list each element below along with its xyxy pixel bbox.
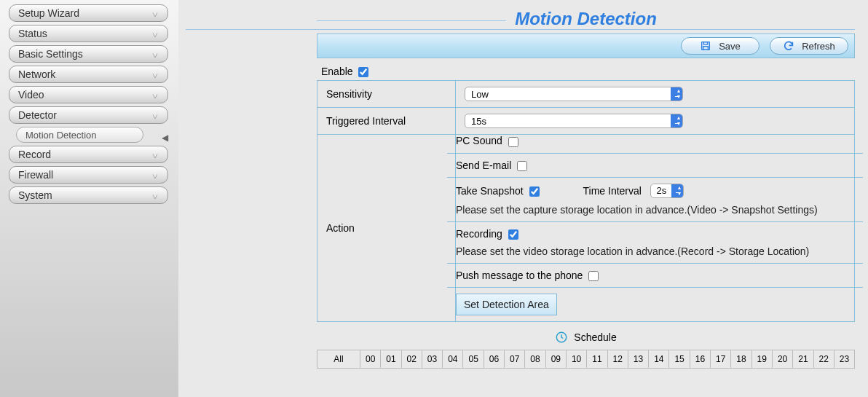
- sensitivity-select[interactable]: Low: [465, 87, 683, 101]
- save-icon: [700, 40, 711, 52]
- schedule-hour-cell[interactable]: 01: [381, 350, 401, 368]
- svg-rect-2: [703, 47, 709, 50]
- sidebar-item-label: Basic Settings: [18, 48, 83, 60]
- svg-rect-1: [704, 42, 708, 44]
- interval-select[interactable]: 15s: [465, 114, 683, 128]
- sidebar-item-status[interactable]: Status ▼: [9, 25, 168, 42]
- schedule-all-button[interactable]: All: [317, 350, 360, 368]
- pc-sound-checkbox[interactable]: [508, 137, 518, 147]
- schedule-hour-cell[interactable]: 04: [443, 350, 463, 368]
- sidebar-item-label: Record: [18, 149, 51, 160]
- chevron-down-icon: ▼: [151, 192, 159, 200]
- all-label: All: [334, 354, 343, 364]
- chevron-down-icon: ▼: [151, 9, 159, 17]
- schedule-hour-cell[interactable]: 16: [690, 350, 711, 368]
- sidebar-item-network[interactable]: Network ▼: [9, 66, 168, 83]
- schedule-hour-cell[interactable]: 00: [360, 350, 381, 368]
- sidebar-item-setup-wizard[interactable]: Setup Wizard ▼: [9, 4, 168, 22]
- sidebar-item-video[interactable]: Video ▼: [9, 86, 168, 103]
- button-label: Set Detection Area: [464, 299, 549, 310]
- clock-icon: [555, 331, 568, 344]
- schedule-hour-cell[interactable]: 18: [731, 350, 751, 368]
- schedule-hour-cell[interactable]: 02: [402, 350, 422, 368]
- schedule-hour-cell[interactable]: 07: [505, 350, 525, 368]
- schedule-hour-cell[interactable]: 12: [608, 350, 628, 368]
- main-content: Motion Detection Save Refresh Enable Sen…: [178, 0, 868, 397]
- pointer-left-icon: ◀: [162, 133, 168, 143]
- enable-checkbox[interactable]: [358, 67, 368, 77]
- sidebar-item-label: Motion Detection: [25, 130, 97, 141]
- schedule-hour-cell[interactable]: 14: [649, 350, 669, 368]
- schedule-hour-cell[interactable]: 03: [422, 350, 443, 368]
- set-detection-area-button[interactable]: Set Detection Area: [456, 294, 557, 315]
- schedule-hour-cell[interactable]: 23: [835, 350, 855, 368]
- sidebar-item-label: Firewall: [18, 169, 53, 181]
- sidebar-item-label: Network: [18, 68, 55, 80]
- chevron-down-icon: ▼: [151, 111, 159, 119]
- push-message-checkbox[interactable]: [588, 271, 599, 281]
- save-button[interactable]: Save: [681, 37, 760, 55]
- interval-label: Triggered Interval: [317, 108, 456, 135]
- sidebar-item-label: Video: [18, 89, 44, 101]
- recording-hint: Please set the video storage location in…: [456, 245, 854, 257]
- sidebar-item-system[interactable]: System ▼: [9, 186, 168, 204]
- chevron-down-icon: ▼: [151, 71, 159, 79]
- enable-label: Enable: [321, 66, 353, 77]
- take-snapshot-label: Take Snapshot: [456, 185, 524, 197]
- schedule-hour-cell[interactable]: 17: [711, 350, 731, 368]
- enable-row: Enable: [321, 66, 855, 77]
- send-email-checkbox[interactable]: [517, 161, 527, 171]
- sidebar-item-basic-settings[interactable]: Basic Settings ▼: [9, 45, 168, 63]
- schedule-label: Schedule: [574, 331, 616, 343]
- button-label: Save: [719, 41, 741, 52]
- schedule-header: Schedule: [317, 331, 855, 344]
- chevron-down-icon: ▼: [151, 171, 159, 179]
- recording-label: Recording: [456, 228, 502, 240]
- time-interval-select[interactable]: 2s: [650, 184, 684, 198]
- schedule-hour-cell[interactable]: 22: [814, 350, 835, 368]
- schedule-hour-cell[interactable]: 20: [773, 350, 793, 368]
- sidebar-item-label: Detector: [18, 109, 57, 121]
- schedule-hour-cell[interactable]: 06: [484, 350, 505, 368]
- sidebar-item-firewall[interactable]: Firewall ▼: [9, 166, 168, 184]
- push-message-label: Push message to the phone: [456, 270, 583, 281]
- schedule-hour-cell[interactable]: 11: [587, 350, 607, 368]
- sidebar-item-record[interactable]: Record ▼: [9, 146, 168, 163]
- page-title: Motion Detection: [506, 9, 666, 29]
- sidebar: Setup Wizard ▼ Status ▼ Basic Settings ▼…: [0, 0, 178, 397]
- sidebar-item-label: System: [18, 189, 52, 201]
- schedule-hour-cell[interactable]: 10: [567, 350, 587, 368]
- button-label: Refresh: [802, 41, 835, 52]
- schedule-hour-cell[interactable]: 15: [669, 350, 690, 368]
- sidebar-subitem-motion-detection[interactable]: Motion Detection: [16, 127, 143, 143]
- schedule-hour-cell[interactable]: 05: [463, 350, 484, 368]
- chevron-down-icon: ▼: [151, 91, 159, 99]
- time-interval-label: Time Interval: [583, 184, 642, 196]
- schedule-hours-row: All 00 01 02 03 04 05 06 07 08 09 10 11 …: [317, 350, 855, 369]
- take-snapshot-checkbox[interactable]: [529, 186, 540, 197]
- sidebar-item-detector[interactable]: Detector ▼: [9, 106, 168, 124]
- recording-checkbox[interactable]: [508, 229, 518, 240]
- refresh-icon: [783, 40, 794, 52]
- action-label: Action: [317, 135, 456, 322]
- schedule-hour-cell[interactable]: 09: [546, 350, 567, 368]
- schedule-hour-cell[interactable]: 21: [793, 350, 813, 368]
- schedule-hour-cell[interactable]: 19: [752, 350, 773, 368]
- snapshot-hint: Please set the capture storage location …: [456, 204, 854, 216]
- schedule-hour-cell[interactable]: 13: [628, 350, 649, 368]
- settings-table: Sensitivity Low ▴▾ Triggered Interval 1: [317, 80, 855, 322]
- sidebar-item-label: Setup Wizard: [18, 7, 79, 19]
- chevron-down-icon: ▼: [151, 151, 159, 159]
- schedule-hour-cell[interactable]: 08: [525, 350, 545, 368]
- refresh-button[interactable]: Refresh: [770, 37, 848, 55]
- toolbar: Save Refresh: [317, 34, 855, 58]
- sidebar-item-label: Status: [18, 28, 47, 39]
- sensitivity-label: Sensitivity: [317, 81, 456, 108]
- send-email-label: Send E-mail: [456, 160, 511, 171]
- chevron-down-icon: ▼: [151, 30, 159, 38]
- pc-sound-label: PC Sound: [456, 135, 502, 146]
- chevron-down-icon: ▼: [151, 50, 159, 58]
